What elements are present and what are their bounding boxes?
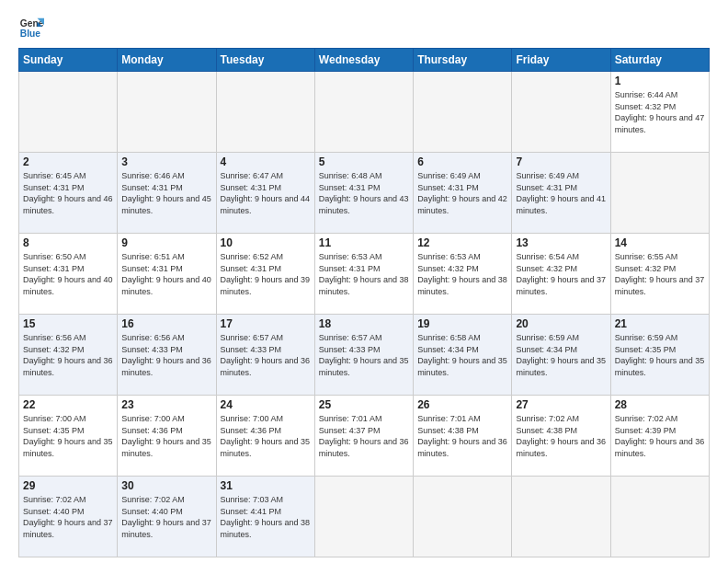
calendar-cell: 18Sunrise: 6:57 AMSunset: 4:33 PMDayligh…: [314, 315, 413, 396]
day-number: 19: [417, 317, 507, 330]
day-number: 10: [221, 236, 311, 249]
column-header-wednesday: Wednesday: [314, 49, 413, 72]
calendar-cell: [414, 72, 512, 153]
day-number: 25: [319, 398, 409, 411]
calendar-cell: 2Sunrise: 6:45 AMSunset: 4:31 PMDaylight…: [19, 153, 118, 234]
calendar-cell: 30Sunrise: 7:02 AMSunset: 4:40 PMDayligh…: [118, 477, 216, 557]
cell-info: Sunrise: 7:00 AMSunset: 4:36 PMDaylight:…: [121, 414, 211, 458]
calendar-cell: [19, 72, 118, 153]
cell-info: Sunrise: 7:02 AMSunset: 4:38 PMDaylight:…: [516, 414, 606, 458]
week-row-2: 2Sunrise: 6:45 AMSunset: 4:31 PMDaylight…: [19, 153, 710, 234]
cell-info: Sunrise: 7:00 AMSunset: 4:36 PMDaylight:…: [221, 414, 311, 458]
cell-info: Sunrise: 6:59 AMSunset: 4:35 PMDaylight:…: [615, 333, 705, 377]
cell-info: Sunrise: 7:02 AMSunset: 4:40 PMDaylight:…: [23, 495, 113, 539]
calendar-cell: [512, 477, 610, 557]
cell-info: Sunrise: 6:44 AMSunset: 4:32 PMDaylight:…: [615, 90, 705, 134]
calendar-cell: [314, 477, 413, 557]
calendar-cell: 26Sunrise: 7:01 AMSunset: 4:38 PMDayligh…: [414, 396, 512, 477]
cell-info: Sunrise: 6:57 AMSunset: 4:33 PMDaylight:…: [319, 333, 409, 377]
calendar-cell: 17Sunrise: 6:57 AMSunset: 4:33 PMDayligh…: [216, 315, 314, 396]
day-number: 28: [615, 398, 705, 411]
column-header-tuesday: Tuesday: [216, 49, 314, 72]
calendar-cell: [216, 72, 314, 153]
calendar-cell: 22Sunrise: 7:00 AMSunset: 4:35 PMDayligh…: [19, 396, 118, 477]
day-number: 30: [121, 479, 211, 492]
week-row-4: 15Sunrise: 6:56 AMSunset: 4:32 PMDayligh…: [19, 315, 710, 396]
column-header-sunday: Sunday: [19, 49, 118, 72]
day-number: 20: [516, 317, 606, 330]
day-number: 26: [417, 398, 507, 411]
calendar-cell: 13Sunrise: 6:54 AMSunset: 4:32 PMDayligh…: [512, 234, 610, 315]
day-number: 29: [23, 479, 113, 492]
day-number: 21: [615, 317, 705, 330]
day-number: 24: [221, 398, 311, 411]
svg-text:Blue: Blue: [20, 29, 41, 39]
calendar-cell: 25Sunrise: 7:01 AMSunset: 4:37 PMDayligh…: [314, 396, 413, 477]
day-number: 23: [121, 398, 211, 411]
day-number: 1: [615, 75, 705, 87]
calendar-cell: [610, 153, 709, 234]
calendar-cell: 8Sunrise: 6:50 AMSunset: 4:31 PMDaylight…: [19, 234, 118, 315]
day-number: 12: [417, 236, 507, 249]
cell-info: Sunrise: 7:01 AMSunset: 4:37 PMDaylight:…: [319, 414, 409, 458]
calendar-cell: [512, 72, 610, 153]
cell-info: Sunrise: 6:53 AMSunset: 4:31 PMDaylight:…: [319, 252, 409, 296]
header: General Blue: [18, 15, 710, 40]
calendar-cell: 19Sunrise: 6:58 AMSunset: 4:34 PMDayligh…: [414, 315, 512, 396]
cell-info: Sunrise: 6:52 AMSunset: 4:31 PMDaylight:…: [221, 252, 311, 296]
cell-info: Sunrise: 7:02 AMSunset: 4:40 PMDaylight:…: [121, 495, 211, 539]
day-number: 8: [23, 236, 113, 249]
calendar-cell: 27Sunrise: 7:02 AMSunset: 4:38 PMDayligh…: [512, 396, 610, 477]
calendar-cell: [118, 72, 216, 153]
calendar-cell: 16Sunrise: 6:56 AMSunset: 4:33 PMDayligh…: [118, 315, 216, 396]
day-number: 15: [23, 317, 113, 330]
cell-info: Sunrise: 6:53 AMSunset: 4:32 PMDaylight:…: [417, 252, 507, 296]
calendar-cell: 24Sunrise: 7:00 AMSunset: 4:36 PMDayligh…: [216, 396, 314, 477]
calendar-cell: 6Sunrise: 6:49 AMSunset: 4:31 PMDaylight…: [414, 153, 512, 234]
calendar-cell: 23Sunrise: 7:00 AMSunset: 4:36 PMDayligh…: [118, 396, 216, 477]
calendar-cell: 4Sunrise: 6:47 AMSunset: 4:31 PMDaylight…: [216, 153, 314, 234]
day-number: 7: [516, 155, 606, 168]
day-number: 4: [221, 155, 311, 168]
calendar-cell: 7Sunrise: 6:49 AMSunset: 4:31 PMDaylight…: [512, 153, 610, 234]
column-header-friday: Friday: [512, 49, 610, 72]
page: General Blue SundayMondayTuesdayWednesda…: [0, 0, 728, 563]
calendar-cell: 12Sunrise: 6:53 AMSunset: 4:32 PMDayligh…: [414, 234, 512, 315]
column-header-saturday: Saturday: [610, 49, 709, 72]
day-number: 18: [319, 317, 409, 330]
cell-info: Sunrise: 6:54 AMSunset: 4:32 PMDaylight:…: [516, 252, 606, 296]
cell-info: Sunrise: 6:47 AMSunset: 4:31 PMDaylight:…: [221, 171, 311, 215]
calendar-cell: 29Sunrise: 7:02 AMSunset: 4:40 PMDayligh…: [19, 477, 118, 557]
calendar-table: SundayMondayTuesdayWednesdayThursdayFrid…: [18, 48, 710, 557]
calendar-cell: 3Sunrise: 6:46 AMSunset: 4:31 PMDaylight…: [118, 153, 216, 234]
day-number: 22: [23, 398, 113, 411]
cell-info: Sunrise: 7:00 AMSunset: 4:35 PMDaylight:…: [23, 414, 113, 458]
cell-info: Sunrise: 6:49 AMSunset: 4:31 PMDaylight:…: [417, 171, 507, 215]
day-number: 9: [121, 236, 211, 249]
day-number: 16: [121, 317, 211, 330]
cell-info: Sunrise: 6:51 AMSunset: 4:31 PMDaylight:…: [121, 252, 211, 296]
logo-icon: General Blue: [18, 15, 44, 40]
calendar-cell: 28Sunrise: 7:02 AMSunset: 4:39 PMDayligh…: [610, 396, 709, 477]
cell-info: Sunrise: 6:57 AMSunset: 4:33 PMDaylight:…: [221, 333, 311, 377]
calendar-cell: 10Sunrise: 6:52 AMSunset: 4:31 PMDayligh…: [216, 234, 314, 315]
calendar-cell: 11Sunrise: 6:53 AMSunset: 4:31 PMDayligh…: [314, 234, 413, 315]
calendar-cell: 14Sunrise: 6:55 AMSunset: 4:32 PMDayligh…: [610, 234, 709, 315]
logo: General Blue: [18, 15, 48, 40]
cell-info: Sunrise: 7:03 AMSunset: 4:41 PMDaylight:…: [221, 495, 311, 539]
cell-info: Sunrise: 6:49 AMSunset: 4:31 PMDaylight:…: [516, 171, 606, 215]
cell-info: Sunrise: 6:55 AMSunset: 4:32 PMDaylight:…: [615, 252, 705, 296]
cell-info: Sunrise: 6:59 AMSunset: 4:34 PMDaylight:…: [516, 333, 606, 377]
column-header-monday: Monday: [118, 49, 216, 72]
day-number: 5: [319, 155, 409, 168]
day-number: 27: [516, 398, 606, 411]
day-number: 2: [23, 155, 113, 168]
day-number: 11: [319, 236, 409, 249]
calendar-cell: 1Sunrise: 6:44 AMSunset: 4:32 PMDaylight…: [610, 72, 709, 153]
cell-info: Sunrise: 6:56 AMSunset: 4:32 PMDaylight:…: [23, 333, 113, 377]
week-row-1: 1Sunrise: 6:44 AMSunset: 4:32 PMDaylight…: [19, 72, 710, 153]
calendar-cell: 31Sunrise: 7:03 AMSunset: 4:41 PMDayligh…: [216, 477, 314, 557]
day-number: 17: [221, 317, 311, 330]
week-row-5: 22Sunrise: 7:00 AMSunset: 4:35 PMDayligh…: [19, 396, 710, 477]
cell-info: Sunrise: 6:58 AMSunset: 4:34 PMDaylight:…: [417, 333, 507, 377]
